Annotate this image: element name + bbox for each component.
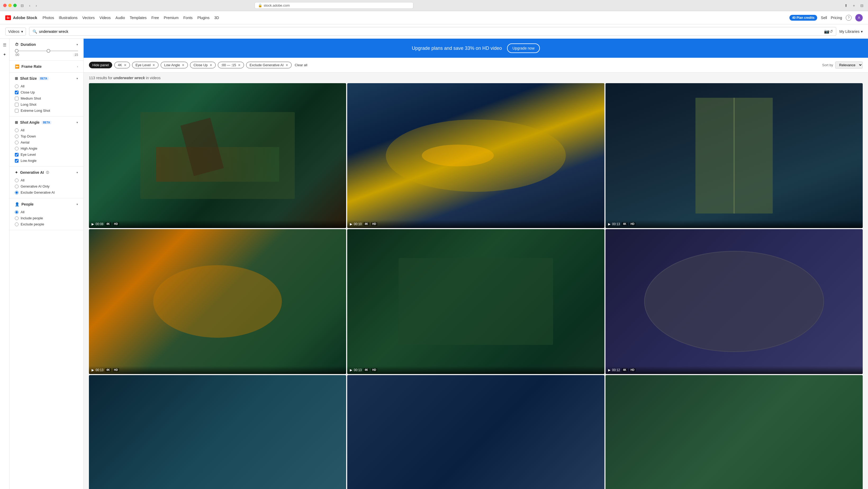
shot-angle-high-angle[interactable]: High Angle bbox=[15, 146, 78, 150]
video-thumb-7[interactable]: ▶ 00:11 4K HD bbox=[89, 375, 346, 489]
maximize-button[interactable] bbox=[13, 4, 17, 7]
filter-chip-eye-level[interactable]: Eye Level ✕ bbox=[132, 62, 158, 68]
shot-angle-eye-level-checkbox[interactable] bbox=[15, 153, 19, 156]
minimize-button[interactable] bbox=[8, 4, 12, 7]
shot-size-long-shot[interactable]: Long Shot bbox=[15, 103, 78, 107]
shot-angle-filter-header[interactable]: ⊞ Shot Angle BETA ▾ bbox=[15, 120, 78, 124]
shot-angle-all-radio[interactable] bbox=[15, 128, 19, 132]
sell-link[interactable]: Sell bbox=[821, 16, 827, 20]
nav-free[interactable]: Free bbox=[151, 16, 159, 20]
video-thumb-2[interactable]: ▶ 00:10 4K HD bbox=[347, 83, 604, 228]
nav-audio[interactable]: Audio bbox=[115, 16, 125, 20]
generative-ai-info-icon[interactable]: ⓘ bbox=[46, 171, 49, 175]
refresh-button[interactable]: ↺ bbox=[829, 29, 833, 34]
video-thumb-6[interactable]: ▶ 00:12 4K HD bbox=[606, 229, 863, 374]
shot-size-long-shot-checkbox[interactable] bbox=[15, 103, 19, 107]
gen-ai-all-radio[interactable] bbox=[15, 178, 19, 182]
people-exclude[interactable]: Exclude people bbox=[15, 222, 78, 226]
chip-close-duration[interactable]: ✕ bbox=[238, 63, 241, 67]
avatar[interactable]: A bbox=[855, 14, 863, 22]
shot-angle-top-down-radio[interactable] bbox=[15, 135, 19, 138]
video-thumb-9[interactable]: ▶ 00:14 4K HD bbox=[606, 375, 863, 489]
shot-angle-top-down[interactable]: Top Down bbox=[15, 134, 78, 138]
nav-premium[interactable]: Premium bbox=[164, 16, 179, 20]
filter-chip-low-angle[interactable]: Low Angle ✕ bbox=[161, 62, 188, 68]
upgrade-now-button[interactable]: Upgrade now bbox=[507, 44, 539, 53]
people-exclude-radio[interactable] bbox=[15, 223, 19, 226]
shot-angle-all[interactable]: All bbox=[15, 128, 78, 132]
tabs-button[interactable]: ⊟ bbox=[859, 3, 865, 8]
nav-illustrations[interactable]: Illustrations bbox=[59, 16, 78, 20]
address-bar[interactable]: 🔒 stock.adobe.com bbox=[255, 2, 413, 9]
shot-angle-high-angle-radio[interactable] bbox=[15, 147, 19, 150]
shot-size-close-up-checkbox[interactable] bbox=[15, 91, 19, 94]
shot-angle-eye-level[interactable]: Eye Level bbox=[15, 152, 78, 156]
gen-ai-only-radio[interactable] bbox=[15, 184, 19, 188]
video-thumb-1[interactable]: ▶ 00:08 4K HD bbox=[89, 83, 346, 228]
people-include-radio[interactable] bbox=[15, 217, 19, 220]
nav-photos[interactable]: Photos bbox=[42, 16, 54, 20]
sidebar-toggle-button[interactable]: ⊟ bbox=[19, 3, 25, 8]
close-button[interactable] bbox=[3, 4, 7, 7]
gen-ai-exclude-radio[interactable] bbox=[15, 191, 19, 195]
duration-filter-header[interactable]: ⏱ Duration ▾ bbox=[15, 42, 78, 47]
people-filter-header[interactable]: 👤 People ▾ bbox=[15, 202, 78, 206]
shot-size-close-up[interactable]: Close Up bbox=[15, 90, 78, 94]
slider-thumb-right[interactable] bbox=[46, 49, 50, 53]
my-libraries-button[interactable]: My Libraries ▾ bbox=[839, 29, 863, 34]
filter-chip-duration[interactable]: :00 — :15 ✕ bbox=[218, 62, 244, 68]
shot-angle-aerial-radio[interactable] bbox=[15, 141, 19, 144]
new-tab-button[interactable]: + bbox=[851, 3, 856, 8]
nav-vectors[interactable]: Vectors bbox=[82, 16, 95, 20]
filter-chip-4k[interactable]: 4K ✕ bbox=[114, 62, 130, 68]
hide-panel-chip[interactable]: Hide panel bbox=[89, 62, 112, 68]
video-thumb-4[interactable]: ▶ 00:13 4K HD bbox=[89, 229, 346, 374]
shot-angle-aerial[interactable]: Aerial bbox=[15, 140, 78, 144]
search-input[interactable] bbox=[39, 29, 824, 34]
people-all[interactable]: All bbox=[15, 210, 78, 214]
shot-size-all[interactable]: All bbox=[15, 84, 78, 88]
video-thumb-3[interactable]: ▶ 00:13 4K HD bbox=[606, 83, 863, 228]
nav-templates[interactable]: Templates bbox=[130, 16, 147, 20]
gen-ai-all[interactable]: All bbox=[15, 178, 78, 182]
ai-panel-toggle[interactable]: ✦ bbox=[1, 50, 9, 59]
filter-chip-exclude-gen-ai[interactable]: Exclude Generative AI ✕ bbox=[246, 62, 291, 68]
chip-close-4k[interactable]: ✕ bbox=[124, 63, 126, 67]
visual-search-button[interactable]: 📷 bbox=[824, 29, 829, 34]
duration-slider[interactable] bbox=[15, 50, 78, 51]
shot-size-extreme-long-shot-checkbox[interactable] bbox=[15, 109, 19, 113]
search-type-select[interactable]: Videos ▾ bbox=[5, 28, 26, 35]
generative-ai-filter-header[interactable]: ✦ Generative AI ⓘ ▾ bbox=[15, 170, 78, 175]
slider-thumb-left[interactable] bbox=[15, 49, 19, 53]
video-thumb-8[interactable]: ▶ 00:09 4K HD bbox=[347, 375, 604, 489]
chip-close-exclude-gen-ai[interactable]: ✕ bbox=[285, 63, 288, 67]
nav-3d[interactable]: 3D bbox=[214, 16, 219, 20]
people-include[interactable]: Include people bbox=[15, 216, 78, 220]
clear-all-button[interactable]: Clear all bbox=[295, 63, 308, 67]
gen-ai-exclude[interactable]: Exclude Generative AI bbox=[15, 191, 78, 195]
back-button[interactable]: ‹ bbox=[28, 3, 32, 8]
filter-panel-toggle[interactable]: ☰ bbox=[1, 41, 9, 49]
people-all-radio[interactable] bbox=[15, 210, 19, 214]
nav-fonts[interactable]: Fonts bbox=[183, 16, 193, 20]
shot-size-all-radio[interactable] bbox=[15, 85, 19, 88]
shot-angle-low-angle-checkbox[interactable] bbox=[15, 159, 19, 163]
sort-select[interactable]: Relevance Newest Popular bbox=[835, 61, 863, 68]
shot-size-medium-shot[interactable]: Medium Shot bbox=[15, 96, 78, 100]
adobe-stock-logo[interactable]: St Adobe Stock bbox=[5, 16, 37, 20]
shot-size-medium-shot-checkbox[interactable] bbox=[15, 97, 19, 100]
chip-close-close-up[interactable]: ✕ bbox=[210, 63, 212, 67]
frame-rate-filter-header[interactable]: ⏩ Frame Rate ‹ bbox=[15, 64, 78, 68]
plan-credits-badge[interactable]: 40 Plan credits bbox=[789, 15, 817, 21]
nav-videos[interactable]: Videos bbox=[99, 16, 111, 20]
chip-close-low-angle[interactable]: ✕ bbox=[182, 63, 184, 67]
gen-ai-only[interactable]: Generative AI Only bbox=[15, 184, 78, 188]
shot-size-extreme-long-shot[interactable]: Extreme Long Shot bbox=[15, 109, 78, 113]
video-thumb-5[interactable]: ▶ 00:13 4K HD bbox=[347, 229, 604, 374]
pricing-link[interactable]: Pricing bbox=[831, 16, 842, 20]
nav-plugins[interactable]: Plugins bbox=[197, 16, 210, 20]
filter-chip-close-up[interactable]: Close Up ✕ bbox=[190, 62, 215, 68]
shot-size-filter-header[interactable]: ⊞ Shot Size BETA ▾ bbox=[15, 76, 78, 81]
help-icon[interactable]: ? bbox=[846, 15, 851, 21]
shot-angle-low-angle[interactable]: Low Angle bbox=[15, 159, 78, 163]
